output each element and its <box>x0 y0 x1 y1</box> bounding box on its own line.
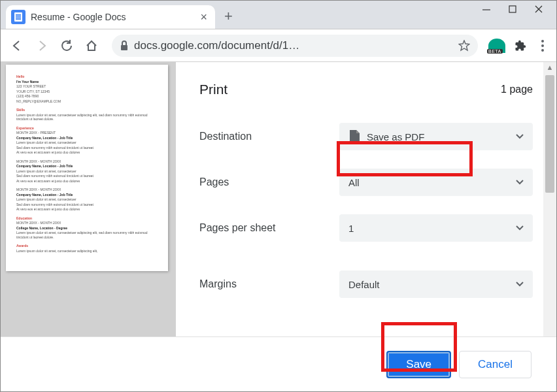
cancel-button[interactable]: Cancel <box>459 351 532 378</box>
margins-row: Margins Default <box>199 265 533 304</box>
browser-toolbar: docs.google.com/document/d/1… BETA <box>1 29 556 62</box>
margins-value: Default <box>348 279 380 290</box>
minimize-icon[interactable] <box>482 5 491 14</box>
window-controls <box>469 1 556 18</box>
chevron-down-icon <box>516 282 524 287</box>
browser-tab[interactable]: Resume - Google Docs × <box>6 5 215 29</box>
chevron-down-icon <box>516 225 524 231</box>
star-icon[interactable] <box>458 40 470 52</box>
pages-label: Pages <box>199 176 339 188</box>
extensions-puzzle-icon[interactable] <box>515 40 526 52</box>
pages-per-sheet-value: 1 <box>348 223 354 234</box>
forward-button[interactable] <box>32 36 52 56</box>
back-button[interactable] <box>7 36 27 56</box>
new-tab-button[interactable]: + <box>224 8 233 25</box>
maximize-icon[interactable] <box>508 5 517 14</box>
url-text: docs.google.com/document/d/1… <box>134 39 453 52</box>
scroll-up-icon[interactable]: ▲ <box>543 62 556 73</box>
page-count: 1 page <box>501 84 533 95</box>
close-tab-icon[interactable]: × <box>197 9 210 25</box>
pages-per-sheet-label: Pages per sheet <box>199 222 339 234</box>
window-titlebar: Resume - Google Docs × + <box>1 1 556 29</box>
pages-per-sheet-select[interactable]: 1 <box>339 214 533 242</box>
close-window-icon[interactable] <box>534 5 543 14</box>
preview-page-thumbnail: Hello I'm Your Name 123 YOUR STREET YOUR… <box>6 65 168 271</box>
print-title: Print <box>199 82 228 97</box>
extensions-area: BETA <box>488 39 550 53</box>
pages-row: Pages All <box>199 163 533 202</box>
tab-title: Resume - Google Docs <box>31 12 192 22</box>
chrome-menu-button[interactable] <box>535 40 550 52</box>
chevron-down-icon <box>516 134 524 139</box>
destination-select[interactable]: Save as PDF <box>339 123 533 150</box>
save-button[interactable]: Save <box>386 351 451 378</box>
margins-select[interactable]: Default <box>339 270 533 298</box>
margins-label: Margins <box>199 278 339 290</box>
beta-extension-icon[interactable]: BETA <box>488 39 505 53</box>
reload-button[interactable] <box>57 36 76 56</box>
pages-value: All <box>348 177 360 188</box>
address-bar[interactable]: docs.google.com/document/d/1… <box>112 35 478 57</box>
pages-select[interactable]: All <box>339 169 533 196</box>
docs-favicon <box>11 10 25 24</box>
print-dialog-footer: Save Cancel <box>1 336 556 391</box>
destination-row: Destination Save as PDF <box>199 117 533 156</box>
svg-rect-4 <box>121 45 127 50</box>
pdf-file-icon <box>348 130 360 143</box>
print-header: Print 1 page <box>176 62 556 110</box>
chevron-down-icon <box>516 180 524 185</box>
home-button[interactable] <box>82 36 101 56</box>
destination-value: Save as PDF <box>367 131 424 142</box>
lock-icon <box>120 41 129 51</box>
pages-per-sheet-row: Pages per sheet 1 <box>199 208 533 248</box>
svg-rect-1 <box>509 6 516 12</box>
destination-label: Destination <box>199 131 339 142</box>
